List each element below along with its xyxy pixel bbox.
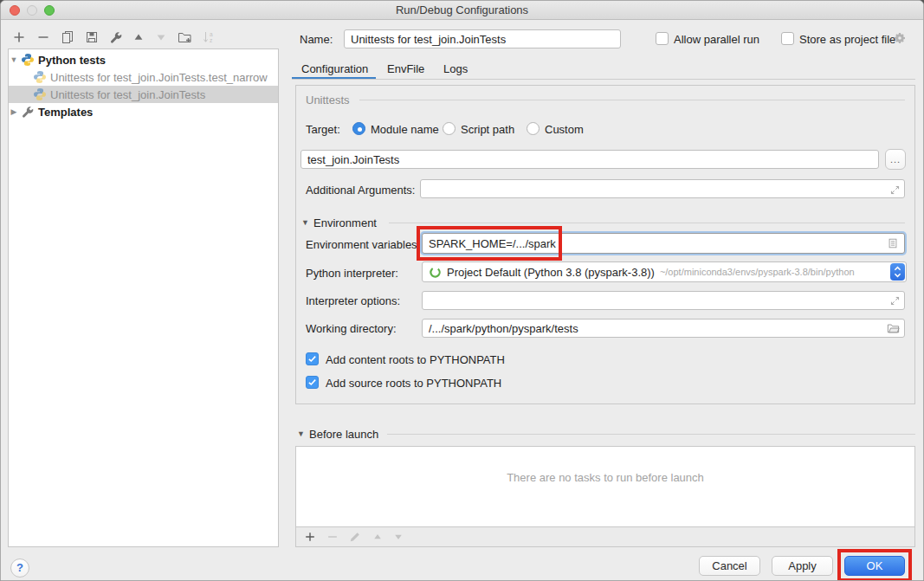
before-launch-panel: There are no tasks to run before launch <box>295 446 915 547</box>
tab-baseline <box>292 79 915 80</box>
add-content-roots-label[interactable]: Add content roots to PYTHONPATH <box>326 353 505 366</box>
expand-icon <box>889 295 901 307</box>
create-folder-button[interactable] <box>177 29 192 45</box>
browse-module-button[interactable]: ... <box>885 149 906 170</box>
store-settings-gear-button[interactable] <box>892 30 908 46</box>
allow-parallel-run-label[interactable]: Allow parallel run <box>674 33 759 46</box>
add-configuration-button[interactable] <box>11 29 27 45</box>
before-launch-collapse-caret[interactable]: ▼ <box>297 429 305 438</box>
edit-task-button <box>348 530 362 544</box>
expand-field-button[interactable] <box>888 183 901 197</box>
question-mark-icon: ? <box>16 561 23 574</box>
configurations-tree: ▼ Python tests Unittests for test_join.J… <box>8 48 279 547</box>
name-input[interactable] <box>344 29 621 48</box>
edit-variables-button[interactable] <box>886 236 900 250</box>
browse-directory-button[interactable] <box>886 321 901 335</box>
python-icon <box>33 70 47 84</box>
tree-item-label: Templates <box>38 106 93 119</box>
arrow-up-icon <box>132 31 145 43</box>
arrow-down-icon <box>155 31 167 43</box>
python-interpreter-combobox[interactable]: Project Default (Python 3.8 (pyspark-3.8… <box>422 261 907 282</box>
radio-custom-label[interactable]: Custom <box>545 123 584 136</box>
working-directory-input[interactable] <box>422 319 905 338</box>
sort-az-icon: az <box>202 30 216 44</box>
tree-item-label: Unittests for test_join.JoinTests.test_n… <box>50 71 268 84</box>
tab-configuration[interactable]: Configuration <box>301 62 368 75</box>
sort-alphabetically-button: az <box>201 29 216 45</box>
tab-logs[interactable]: Logs <box>443 62 468 75</box>
cancel-button[interactable]: Cancel <box>699 556 760 576</box>
arrow-down-icon <box>393 532 404 542</box>
minus-icon <box>36 30 50 44</box>
tree-item-label: Unittests for test_join.JoinTests <box>50 88 205 101</box>
save-configuration-button[interactable] <box>84 29 100 45</box>
edit-templates-button[interactable] <box>108 29 124 45</box>
python-interpreter-value: Project Default (Python 3.8 (pyspark-3.8… <box>447 266 655 279</box>
expand-field-button[interactable] <box>888 294 901 307</box>
additional-arguments-input[interactable] <box>420 179 905 198</box>
conda-env-icon <box>429 266 442 279</box>
copy-configuration-button[interactable] <box>60 29 75 45</box>
plus-icon <box>12 30 26 44</box>
add-task-button[interactable] <box>303 530 317 544</box>
store-as-project-file-checkbox[interactable] <box>781 32 794 45</box>
checkmark-icon <box>307 377 318 388</box>
plus-icon <box>304 531 316 543</box>
python-interpreter-label: Python interpreter: <box>306 267 398 280</box>
add-source-roots-checkbox[interactable] <box>306 376 319 389</box>
tree-item-templates[interactable]: ▶ Templates <box>9 103 278 120</box>
move-task-down-button <box>391 530 405 544</box>
section-rule <box>387 434 915 435</box>
annotation-highlight-env-vars <box>417 226 562 261</box>
section-rule <box>389 223 905 223</box>
tree-item-unittests-jointests[interactable]: Unittests for test_join.JoinTests <box>9 86 278 103</box>
expand-icon <box>889 184 901 196</box>
add-content-roots-checkbox[interactable] <box>306 352 319 365</box>
remove-configuration-button[interactable] <box>36 29 51 45</box>
radio-script-path-label[interactable]: Script path <box>461 123 514 136</box>
tree-item-python-tests[interactable]: ▼ Python tests <box>9 51 278 68</box>
environment-collapse-caret[interactable]: ▼ <box>301 218 309 227</box>
radio-module-name[interactable] <box>352 122 365 135</box>
help-button[interactable]: ? <box>10 558 29 578</box>
remove-task-button <box>326 530 339 544</box>
python-icon <box>21 53 35 67</box>
python-interpreter-path: ~/opt/miniconda3/envs/pyspark-3.8/bin/py… <box>660 267 855 277</box>
gear-icon <box>893 31 907 45</box>
before-launch-toolbar <box>296 526 914 546</box>
wrench-icon <box>21 105 35 119</box>
collapse-caret-icon[interactable]: ▶ <box>9 107 19 116</box>
title-bar: Run/Debug Configurations <box>1 1 923 20</box>
move-up-button[interactable] <box>131 29 146 45</box>
window-title: Run/Debug Configurations <box>1 3 923 16</box>
before-launch-empty-text: There are no tasks to run before launch <box>296 471 914 484</box>
arrow-up-icon <box>372 532 383 542</box>
tab-envfile[interactable]: EnvFile <box>387 62 424 75</box>
module-name-input[interactable] <box>300 150 879 169</box>
environment-section-label: Environment <box>313 216 377 229</box>
add-source-roots-label[interactable]: Add source roots to PYTHONPATH <box>326 377 501 390</box>
interpreter-dropdown-button[interactable] <box>890 263 905 281</box>
wrench-icon <box>109 30 123 44</box>
copy-icon <box>61 30 74 44</box>
expand-caret-icon[interactable]: ▼ <box>9 55 19 64</box>
interpreter-options-input[interactable] <box>422 291 905 310</box>
run-debug-configurations-dialog: Run/Debug Configurations az ▼ Python tes… <box>0 0 924 581</box>
move-down-button <box>153 29 169 45</box>
target-label: Target: <box>306 123 340 136</box>
variables-list-icon <box>887 237 899 249</box>
folder-add-icon <box>178 30 192 44</box>
minus-icon <box>326 531 339 543</box>
tree-item-unittests-test-narrow[interactable]: Unittests for test_join.JoinTests.test_n… <box>9 68 278 86</box>
apply-button[interactable]: Apply <box>772 556 833 576</box>
radio-script-path[interactable] <box>443 122 456 135</box>
store-as-project-file-label[interactable]: Store as project file <box>799 33 895 46</box>
radio-custom[interactable] <box>527 122 540 135</box>
allow-parallel-run-checkbox[interactable] <box>656 32 669 45</box>
tree-item-label: Python tests <box>38 54 106 67</box>
ellipsis-icon: ... <box>890 154 901 165</box>
interpreter-options-label: Interpreter options: <box>306 294 400 307</box>
additional-arguments-label: Additional Arguments: <box>306 184 415 197</box>
save-icon <box>85 30 99 44</box>
radio-module-name-label[interactable]: Module name <box>371 123 439 136</box>
